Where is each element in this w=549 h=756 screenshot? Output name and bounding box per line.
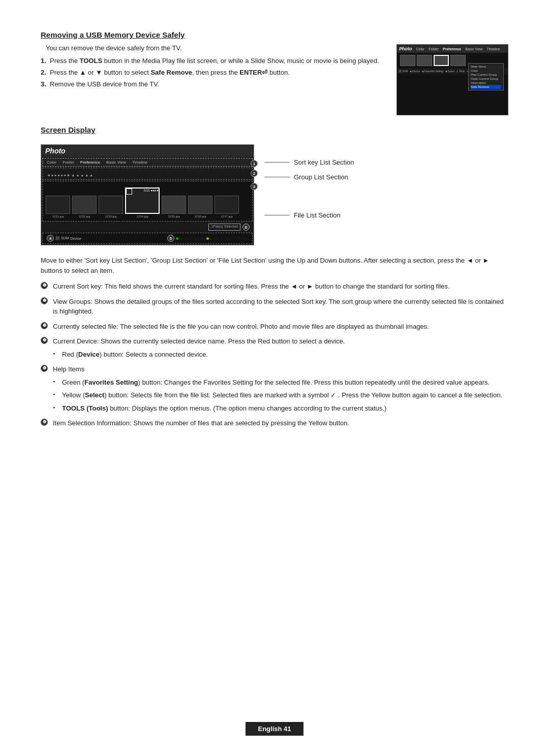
sm-fav-btn: Favorites Setting (176, 237, 205, 240)
label-file-list: File List Section (294, 211, 341, 219)
sub-list-5: Green (Favorites Setting) button: Change… (53, 377, 508, 414)
usb-steps: 1. Press the TOOLS button in the Media P… (41, 57, 381, 88)
sm-thumb-1235 (162, 196, 186, 214)
desc-item-4: ❹ Current Device: Shows the currently se… (41, 336, 508, 359)
annotation-3: 3 (251, 183, 258, 190)
usb-step-2: 2. Press the ▲ or ▼ button to select Saf… (41, 69, 381, 76)
tv-bottom-select: ■ Select (445, 70, 454, 73)
bullet-6: ❻ (41, 419, 48, 426)
sm-filename-1232: 1232.jpg (78, 215, 90, 218)
section-title-usb: Removing a USB Memory Device Safely (41, 30, 508, 39)
desc-text-3: Currently selected file: The selected fi… (53, 323, 429, 330)
tv-menu-folder: Folder (429, 47, 439, 51)
sub-item-4-1: Red (Device) button: Selects a connected… (53, 350, 508, 360)
tv-thumb-selected (434, 55, 449, 66)
sm-sum-icon: ⬛ SUM (55, 236, 69, 240)
usb-tv-screenshot: Photo Color Folder Preference Basic View… (396, 44, 508, 115)
sm-thumb-1231 (46, 196, 70, 214)
sm-group-bar: ◄ ● ● ● ● ● ► ▲ ▲ ▲ ▲ ▲ (42, 168, 253, 180)
sm-nav-preference: Preference (80, 160, 100, 165)
sm-bottom-bar: 4 ⬛ SUM Device 5 Favorites Setting Selec… (42, 233, 253, 244)
sm-files-area: 1231.jpg 1232.jpg 1233.jpg (42, 181, 253, 222)
annotation-5: 5 (167, 235, 174, 242)
desc-text-1: Current Sort key: This field shows the c… (53, 282, 450, 290)
annotation-6: 6 (242, 224, 250, 231)
tv-dropdown-menu: Slide Show Copy Play Current Group Copy … (468, 63, 504, 90)
page-footer: English 41 (0, 722, 549, 736)
tv-bottom-fav: ■ Favorites Setting (422, 70, 443, 73)
sm-filename-1235: 1235.jpg (168, 215, 179, 218)
tv-dd-info: Information (471, 81, 501, 85)
sm-nav-basicview: Basic View (106, 160, 126, 165)
desc-text-5: Help Items (53, 365, 84, 373)
sm-thumb-1232 (72, 196, 97, 214)
tv-bottom-device: ■ Device (410, 70, 420, 73)
page: Removing a USB Memory Device Safely You … (0, 0, 549, 756)
usb-content: You can remove the device safely from th… (41, 44, 508, 115)
sm-file-1232: 1232.jpg (72, 196, 97, 218)
usb-step-3: 3. Remove the USB device from the TV. (41, 80, 381, 88)
sm-filename-1233: 1233.jpg (105, 215, 116, 218)
usb-step-1: 1. Press the TOOLS button in the Media P… (41, 57, 381, 65)
tv-menu-color: Color (416, 47, 425, 51)
sm-file-1236: 1236.jpg (188, 196, 212, 218)
sm-file-1237: 1237.jpg (215, 196, 239, 218)
tv-dd-copy-group: Copy Current Group (471, 77, 501, 81)
tv-bottom-tools: ⎙ Tools (456, 70, 465, 73)
sm-filename-1231: 1231.jpg (52, 215, 64, 218)
tv-menu-basicview: Basic View (465, 47, 482, 51)
tv-dd-slideshow: Slide Show (471, 65, 501, 69)
desc-item-2: ❷ View Groups: Shows the detailed groups… (41, 297, 508, 317)
sm-filename-1237: 1237.jpg (221, 215, 232, 218)
screen-mock-wrapper: Photo Color Folder Preference Basic View… (41, 144, 254, 245)
sm-return-btn: ↩ Return (233, 236, 248, 240)
bullet-4: ❹ (41, 337, 48, 344)
desc-list: ❶ Current Sort key: This field shows the… (41, 281, 508, 428)
bullet-3: ❸ (41, 322, 48, 329)
screen-labels: Sort key List Section Group List Section… (264, 144, 354, 219)
desc-text-4: Current Device: Shows the currently sele… (53, 337, 345, 345)
sub-item-5-1: Green (Favorites Setting) button: Change… (53, 377, 508, 388)
sm-nav-bar: Color Folder Preference Basic View Timel… (42, 158, 253, 167)
sm-thumb-1233 (99, 196, 123, 214)
tv-screen-mini: Photo Color Folder Preference Basic View… (397, 45, 508, 115)
desc-intro: Move to either 'Sort key List Section', … (41, 256, 508, 275)
tv-thumb-3 (450, 55, 466, 66)
sm-device-btn: Device (71, 237, 81, 240)
tv-menu-timeline: Timeline (486, 47, 500, 51)
sm-app-title: Photo (45, 147, 66, 155)
sub-list-4: Red (Device) button: Selects a connected… (53, 350, 508, 360)
sm-select-btn: Select (206, 237, 219, 240)
sm-file-1235: 1235.jpg (162, 196, 186, 218)
sm-group-text: ◄ ● ● ● ● ● ► ▲ ▲ ▲ ▲ ▲ (47, 173, 93, 177)
screen-mock: Photo Color Folder Preference Basic View… (41, 144, 254, 245)
sub-item-5-3: TOOLS (Tools) button: Displays the optio… (53, 403, 508, 414)
tv-menu-preference: Preference (443, 47, 461, 51)
usb-section: Removing a USB Memory Device Safely You … (41, 30, 508, 115)
tv-bottom-sum: ⬛ SUM (399, 70, 408, 73)
screen-display-section: Screen Display Photo Color Folder Prefer… (41, 125, 508, 428)
desc-item-1: ❶ Current Sort key: This field shows the… (41, 281, 508, 292)
step-num-1: 1. (41, 57, 46, 65)
tv-menu-bar: Photo Color Folder Preference Basic View… (397, 45, 508, 53)
sm-file-1234-selected: 5/15 ●●●★ 1234.jpg (125, 187, 160, 218)
desc-item-5: ❺ Help Items Green (Favorites Setting) b… (41, 364, 508, 413)
tv-dd-copy: Copy (471, 69, 501, 73)
sm-filename-1234: 1234.jpg (136, 215, 148, 218)
desc-text-6: Item Selection Information: Shows the nu… (53, 419, 349, 427)
annotation-4: 4 (47, 235, 54, 242)
sm-status-selection: 1File(s) Selected (208, 224, 240, 231)
label-line-3 (264, 215, 290, 215)
sm-file-1233: 1233.jpg (99, 196, 123, 218)
sm-thumb-1237 (215, 196, 239, 214)
usb-intro: You can remove the device safely from th… (46, 44, 381, 52)
sm-title-bar: Photo (41, 145, 254, 157)
sm-status-bar: 1File(s) Selected 6 (41, 223, 254, 232)
tv-thumb-2 (417, 55, 432, 66)
tv-thumb-1 (400, 55, 415, 66)
sm-file-1231: 1231.jpg (46, 196, 70, 218)
label-sort-key: Sort key List Section (294, 159, 354, 166)
sm-filename-1236: 1236.jpg (194, 215, 206, 218)
step-num-3: 3. (41, 80, 46, 88)
bullet-2: ❷ (41, 297, 48, 304)
